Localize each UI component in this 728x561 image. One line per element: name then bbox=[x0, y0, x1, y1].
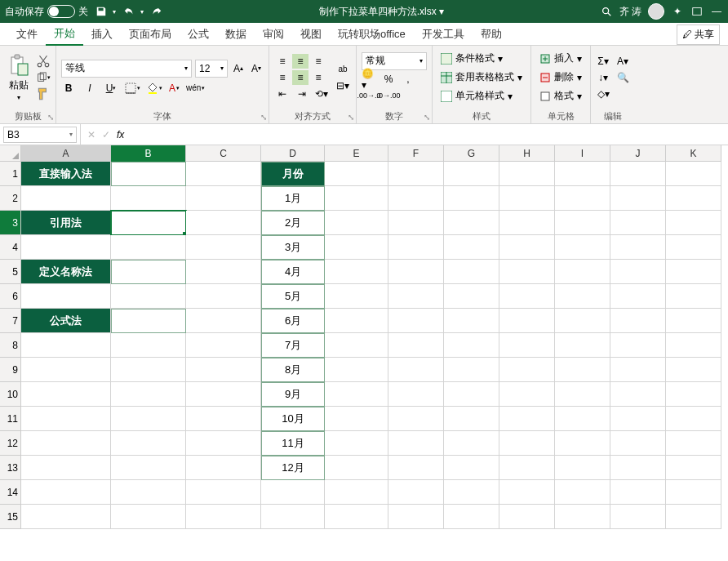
cell-B3[interactable] bbox=[111, 211, 186, 235]
cell-G9[interactable] bbox=[444, 358, 499, 382]
cell-B6[interactable] bbox=[111, 284, 186, 309]
fill-icon[interactable]: ↓▾ bbox=[596, 70, 610, 85]
cell-I7[interactable] bbox=[555, 309, 610, 333]
tab-help[interactable]: 帮助 bbox=[473, 24, 510, 45]
percent-icon[interactable]: % bbox=[381, 72, 396, 87]
cell-C6[interactable] bbox=[186, 284, 261, 309]
cell-E9[interactable] bbox=[325, 358, 388, 382]
align-bottom-icon[interactable]: ≡ bbox=[310, 54, 326, 69]
cell-D8[interactable]: 7月 bbox=[261, 333, 325, 358]
cell-K6[interactable] bbox=[666, 284, 721, 309]
cell-H15[interactable] bbox=[499, 505, 555, 529]
cells-grid[interactable]: 直接输入法月份1月引用法2月3月定义名称法4月5月公式法6月7月8月9月10月1… bbox=[21, 162, 721, 529]
cell-A15[interactable] bbox=[21, 505, 111, 529]
cells-delete-button[interactable]: 删除 ▾ bbox=[536, 69, 585, 86]
cell-G11[interactable] bbox=[444, 407, 499, 431]
cell-E11[interactable] bbox=[325, 407, 388, 431]
cell-H14[interactable] bbox=[499, 480, 555, 505]
col-header-C[interactable]: C bbox=[186, 145, 261, 162]
cell-J10[interactable] bbox=[610, 382, 666, 407]
tab-data[interactable]: 数据 bbox=[217, 24, 255, 45]
cell-C12[interactable] bbox=[186, 431, 261, 456]
cell-H7[interactable] bbox=[499, 309, 555, 333]
redo-icon[interactable] bbox=[150, 5, 163, 18]
cell-B1[interactable] bbox=[111, 162, 186, 186]
cell-G15[interactable] bbox=[444, 505, 499, 529]
cell-C11[interactable] bbox=[186, 407, 261, 431]
cell-I13[interactable] bbox=[555, 456, 610, 480]
clear-icon[interactable]: ◇▾ bbox=[596, 87, 610, 101]
col-header-G[interactable]: G bbox=[444, 145, 499, 162]
orientation-icon[interactable]: ⟲▾ bbox=[313, 87, 330, 101]
tab-dev[interactable]: 开发工具 bbox=[414, 24, 473, 45]
cell-C3[interactable] bbox=[186, 211, 261, 235]
autosave-toggle[interactable]: 自动保存 关 bbox=[5, 5, 88, 19]
cell-H11[interactable] bbox=[499, 407, 555, 431]
tab-custom[interactable]: 玩转职场office bbox=[330, 24, 414, 45]
cell-A4[interactable] bbox=[21, 235, 111, 260]
row-header-4[interactable]: 4 bbox=[0, 235, 21, 260]
cell-D10[interactable]: 9月 bbox=[261, 382, 325, 407]
cell-J13[interactable] bbox=[610, 456, 666, 480]
cell-J1[interactable] bbox=[610, 162, 666, 186]
cell-F3[interactable] bbox=[388, 211, 444, 235]
align-top-icon[interactable]: ≡ bbox=[274, 54, 291, 69]
cell-B13[interactable] bbox=[111, 456, 186, 480]
cell-E12[interactable] bbox=[325, 431, 388, 456]
cell-J3[interactable] bbox=[610, 211, 666, 235]
cell-D6[interactable]: 5月 bbox=[261, 284, 325, 309]
row-header-14[interactable]: 14 bbox=[0, 480, 21, 505]
cell-I9[interactable] bbox=[555, 358, 610, 382]
col-header-K[interactable]: K bbox=[666, 145, 721, 162]
cell-B10[interactable] bbox=[111, 382, 186, 407]
cell-B14[interactable] bbox=[111, 480, 186, 505]
cell-A14[interactable] bbox=[21, 480, 111, 505]
cell-F10[interactable] bbox=[388, 382, 444, 407]
save-icon[interactable] bbox=[95, 5, 108, 18]
cell-K10[interactable] bbox=[666, 382, 721, 407]
cell-F7[interactable] bbox=[388, 309, 444, 333]
search-icon[interactable] bbox=[600, 5, 613, 18]
select-all-corner[interactable] bbox=[0, 145, 21, 162]
cell-J2[interactable] bbox=[610, 186, 666, 211]
increase-decimal-icon[interactable]: .00→.0 bbox=[362, 88, 376, 103]
cell-B9[interactable] bbox=[111, 358, 186, 382]
cell-F4[interactable] bbox=[388, 235, 444, 260]
row-header-11[interactable]: 11 bbox=[0, 407, 21, 431]
cell-H10[interactable] bbox=[499, 382, 555, 407]
merge-cells-icon[interactable]: ⊟▾ bbox=[335, 78, 351, 93]
cell-F5[interactable] bbox=[388, 260, 444, 284]
dropdown-icon[interactable]: ▾ bbox=[113, 8, 116, 16]
cell-J9[interactable] bbox=[610, 358, 666, 382]
cell-G5[interactable] bbox=[444, 260, 499, 284]
col-header-I[interactable]: I bbox=[555, 145, 610, 162]
cells-format-button[interactable]: 格式 ▾ bbox=[536, 87, 585, 105]
cell-G14[interactable] bbox=[444, 480, 499, 505]
cell-A5[interactable]: 定义名称法 bbox=[21, 260, 111, 284]
row-headers[interactable]: 123456789101112131415 bbox=[0, 162, 21, 529]
cell-C1[interactable] bbox=[186, 162, 261, 186]
cell-J8[interactable] bbox=[610, 333, 666, 358]
align-middle-icon[interactable]: ≡ bbox=[292, 54, 309, 69]
row-header-12[interactable]: 12 bbox=[0, 431, 21, 456]
leaf-icon[interactable]: ✦ bbox=[671, 5, 684, 18]
cell-G3[interactable] bbox=[444, 211, 499, 235]
cell-I10[interactable] bbox=[555, 382, 610, 407]
increase-indent-icon[interactable]: ⇥ bbox=[294, 87, 310, 101]
format-painter-icon[interactable] bbox=[36, 87, 51, 101]
cell-F2[interactable] bbox=[388, 186, 444, 211]
font-size-select[interactable]: 12▾ bbox=[195, 60, 228, 78]
undo-icon[interactable] bbox=[122, 5, 135, 18]
worksheet[interactable]: ABCDEFGHIJK 123456789101112131415 直接输入法月… bbox=[0, 145, 728, 561]
cell-A7[interactable]: 公式法 bbox=[21, 309, 111, 333]
cell-K9[interactable] bbox=[666, 358, 721, 382]
cell-F12[interactable] bbox=[388, 431, 444, 456]
cell-I1[interactable] bbox=[555, 162, 610, 186]
cell-C5[interactable] bbox=[186, 260, 261, 284]
cell-H6[interactable] bbox=[499, 284, 555, 309]
cell-D3[interactable]: 2月 bbox=[261, 211, 325, 235]
cell-K1[interactable] bbox=[666, 162, 721, 186]
row-header-15[interactable]: 15 bbox=[0, 505, 21, 529]
cell-E8[interactable] bbox=[325, 333, 388, 358]
cell-D11[interactable]: 10月 bbox=[261, 407, 325, 431]
